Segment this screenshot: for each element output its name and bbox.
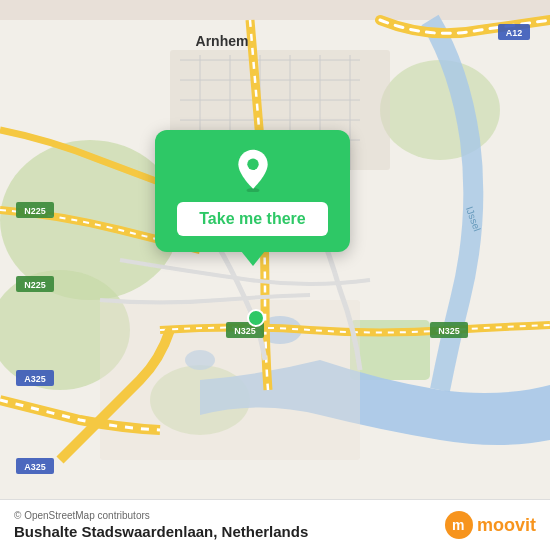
svg-text:A325: A325 <box>24 462 46 472</box>
svg-point-39 <box>247 159 258 170</box>
svg-text:A325: A325 <box>24 374 46 384</box>
moovit-icon: m <box>445 511 473 539</box>
map-background: N225 N225 A12 N325 N325 A325 A325 Arnhem… <box>0 0 550 550</box>
svg-text:Arnhem: Arnhem <box>196 33 249 49</box>
moovit-brand-name: moovit <box>477 515 536 536</box>
popup-card: Take me there <box>155 130 350 252</box>
moovit-m-icon: m <box>450 516 468 534</box>
svg-text:N325: N325 <box>438 326 460 336</box>
take-me-there-button[interactable]: Take me there <box>177 202 327 236</box>
map-container: N225 N225 A12 N325 N325 A325 A325 Arnhem… <box>0 0 550 550</box>
bottom-left-info: © OpenStreetMap contributors Bushalte St… <box>14 510 308 540</box>
svg-text:N225: N225 <box>24 206 46 216</box>
location-pin-icon <box>231 148 275 192</box>
svg-text:N225: N225 <box>24 280 46 290</box>
location-name: Bushalte Stadswaardenlaan, Netherlands <box>14 523 308 540</box>
bottom-bar: © OpenStreetMap contributors Bushalte St… <box>0 499 550 550</box>
svg-text:A12: A12 <box>506 28 523 38</box>
svg-text:m: m <box>452 517 464 533</box>
map-attribution: © OpenStreetMap contributors <box>14 510 308 521</box>
moovit-logo: m moovit <box>445 511 536 539</box>
svg-point-37 <box>248 310 264 326</box>
svg-text:N325: N325 <box>234 326 256 336</box>
svg-point-3 <box>380 60 500 160</box>
